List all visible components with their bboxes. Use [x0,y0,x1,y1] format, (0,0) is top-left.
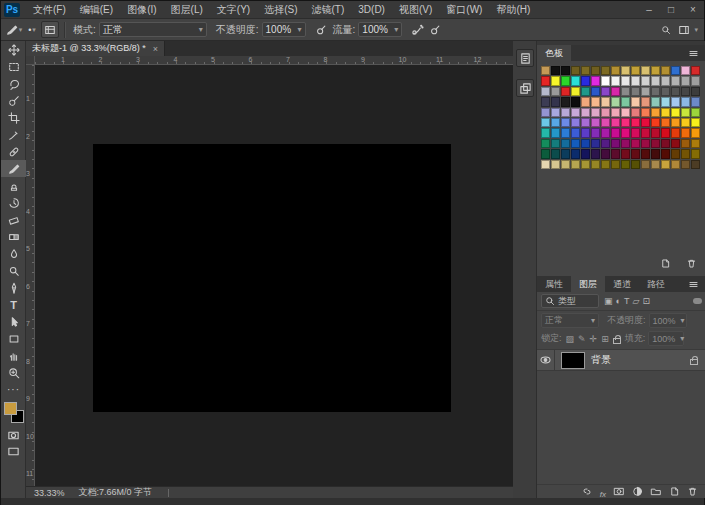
zoom-level[interactable]: 33.33% [34,488,65,498]
swatch[interactable] [571,66,580,75]
swatch[interactable] [581,139,590,148]
swatch[interactable] [621,87,630,96]
hand-tool[interactable] [1,347,26,364]
eraser-tool[interactable] [1,211,26,228]
swatch[interactable] [561,160,570,169]
swatch[interactable] [551,139,560,148]
swatch[interactable] [651,139,660,148]
swatch[interactable] [681,160,690,169]
add-layer-mask-icon[interactable] [613,486,625,497]
lock-transparency-icon[interactable]: ▨ [566,334,575,344]
filter-smart-objects-icon[interactable]: ⊡ [642,296,650,306]
swatch[interactable] [681,118,690,127]
swatch[interactable] [631,128,640,137]
swatch[interactable] [661,139,670,148]
swatch[interactable] [601,76,610,85]
new-group-icon[interactable] [650,486,662,497]
swatch[interactable] [651,87,660,96]
swatch[interactable] [551,97,560,106]
swatch[interactable] [551,128,560,137]
menu-select[interactable]: 选择(S) [257,1,304,19]
swatch[interactable] [681,149,690,158]
lasso-tool[interactable] [1,75,26,92]
swatch[interactable] [661,160,670,169]
swatch[interactable] [631,76,640,85]
swatch[interactable] [681,66,690,75]
swatch[interactable] [571,108,580,117]
swatch[interactable] [591,76,600,85]
pressure-opacity-icon[interactable] [312,21,330,38]
swatch[interactable] [621,97,630,106]
swatch[interactable] [661,149,670,158]
dodge-tool[interactable] [1,262,26,279]
lock-pixels-icon[interactable]: ✎ [578,334,586,344]
swatch[interactable] [571,97,580,106]
swatch[interactable] [611,160,620,169]
crop-tool[interactable] [1,109,26,126]
swatch[interactable] [601,87,610,96]
swatch[interactable] [541,97,550,106]
swatch[interactable] [671,87,680,96]
swatch[interactable] [641,139,650,148]
swatch[interactable] [571,128,580,137]
filter-type-layers-icon[interactable]: T [624,296,630,306]
swatch[interactable] [581,87,590,96]
swatch[interactable] [571,160,580,169]
swatch[interactable] [681,87,690,96]
swatch[interactable] [691,87,700,96]
lock-position-icon[interactable]: ✛ [590,334,598,344]
search-icon[interactable] [657,21,675,38]
swatch[interactable] [611,97,620,106]
swatch[interactable] [651,149,660,158]
swatch[interactable] [591,139,600,148]
swatch[interactable] [611,66,620,75]
swatch[interactable] [541,87,550,96]
swatch[interactable] [591,108,600,117]
swatch[interactable] [661,87,670,96]
swatch[interactable] [651,108,660,117]
horizontal-type-tool[interactable]: T [1,296,26,313]
delete-swatch-icon[interactable] [682,255,700,272]
swatch[interactable] [591,149,600,158]
swatch[interactable] [631,108,640,117]
menu-file[interactable]: 文件(F) [26,1,73,19]
swatch[interactable] [691,149,700,158]
swatch[interactable] [651,66,660,75]
swatch[interactable] [571,118,580,127]
filter-pixel-layers-icon[interactable]: ▣ [604,296,613,306]
swatch[interactable] [641,97,650,106]
link-layers-icon[interactable] [581,486,593,497]
swatch[interactable] [671,149,680,158]
swatch[interactable] [671,97,680,106]
layer-row[interactable]: 背景 [537,349,705,371]
swatch[interactable] [681,76,690,85]
workspace-switcher-icon[interactable] [675,21,693,38]
swatch[interactable] [561,118,570,127]
path-selection-tool[interactable] [1,313,26,330]
zoom-tool[interactable] [1,364,26,381]
spot-healing-brush-tool[interactable] [1,143,26,160]
delete-layer-icon[interactable] [687,486,698,497]
menu-filter[interactable]: 滤镜(T) [305,1,352,19]
layer-thumbnail[interactable] [561,352,585,369]
swatch[interactable] [551,66,560,75]
swatch[interactable] [561,128,570,137]
swatch[interactable] [601,128,610,137]
swatch[interactable] [611,108,620,117]
swatch[interactable] [581,97,590,106]
new-layer-icon[interactable] [669,486,680,497]
swatch[interactable] [661,66,670,75]
swatch[interactable] [601,160,610,169]
airbrush-icon[interactable] [408,21,426,38]
swatch[interactable] [591,118,600,127]
move-tool[interactable] [1,41,26,58]
close-button[interactable]: × [682,1,704,18]
swatch[interactable] [651,97,660,106]
swatch[interactable] [641,160,650,169]
swatch[interactable] [691,66,700,75]
swatch[interactable] [551,108,560,117]
swatch[interactable] [691,128,700,137]
swatch[interactable] [541,118,550,127]
swatch[interactable] [691,108,700,117]
swatch[interactable] [581,66,590,75]
